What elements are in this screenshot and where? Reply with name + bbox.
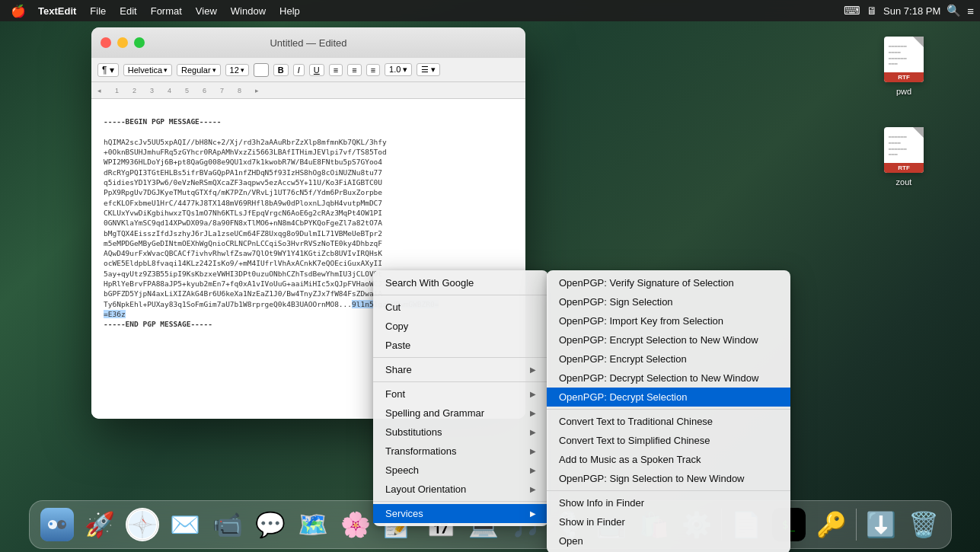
dock-finder[interactable]	[37, 505, 77, 544]
ctx-spelling-arrow: ▶	[530, 409, 536, 417]
dock-keychain[interactable]: 🔑	[812, 505, 851, 544]
ctx-services-arrow: ▶	[530, 509, 536, 518]
pwd-icon-label: pwd	[896, 87, 911, 96]
ctx-separator-2	[373, 357, 548, 358]
ctx-services[interactable]: Services ▶	[373, 504, 548, 523]
ctx-speech-arrow: ▶	[530, 466, 536, 474]
ctx-separator-3	[373, 381, 548, 382]
bold-button[interactable]: B	[273, 64, 289, 76]
ctx-share[interactable]: Share ▶	[373, 360, 548, 379]
style-selector[interactable]: Regular ▾	[177, 64, 221, 76]
svg-point-5	[62, 522, 65, 525]
ctx-layout[interactable]: Layout Orientation ▶	[373, 480, 548, 499]
submenu-separator-1	[547, 409, 790, 410]
ctx-copy[interactable]: Copy	[373, 317, 548, 336]
submenu-item-6[interactable]: OpenPGP: Decrypt Selection	[547, 388, 790, 407]
align-right-button[interactable]: ≡	[366, 64, 380, 76]
ctx-search-google[interactable]: Search With Google	[373, 273, 548, 292]
dock-downloads[interactable]: ⬇️	[861, 505, 901, 544]
desktop-icon-pwd[interactable]: RTF ━━━━━━━━━━━━━━━━━━━ pwd	[873, 35, 934, 96]
menu-help[interactable]: Help	[273, 4, 306, 18]
color-well[interactable]	[254, 63, 269, 77]
menu-window[interactable]: Window	[225, 4, 272, 18]
context-menu: Search With Google Cut Copy Paste Share …	[373, 270, 548, 526]
menu-file[interactable]: File	[84, 4, 112, 18]
submenu-item-1[interactable]: OpenPGP: Sign Selection	[547, 292, 790, 311]
menu-format[interactable]: Format	[145, 4, 188, 18]
menu-view[interactable]: View	[190, 4, 223, 18]
pwd-rtf-icon: RTF ━━━━━━━━━━━━━━━━━━━	[879, 35, 928, 84]
ctx-cut[interactable]: Cut	[373, 298, 548, 317]
underline-button[interactable]: U	[309, 64, 324, 76]
dock-mail[interactable]: ✉️	[165, 505, 205, 544]
zout-icon-label: zout	[896, 177, 912, 187]
menu-bar: 🍎 TextEdit File Edit Format View Window …	[0, 0, 980, 21]
dock-trash[interactable]: 🗑️	[904, 505, 943, 544]
menu-search-icon[interactable]: 🔍	[946, 4, 961, 18]
services-submenu: OpenPGP: Verify Signature of Selection O…	[547, 270, 790, 552]
submenu-item-8[interactable]: Convert Text to Simplified Chinese	[547, 431, 790, 450]
dock-safari[interactable]	[123, 505, 162, 544]
dock-launchpad[interactable]: 🚀	[80, 505, 120, 544]
ctx-speech[interactable]: Speech ▶	[373, 461, 548, 480]
dock-photos[interactable]: 🌸	[336, 505, 375, 544]
ctx-font[interactable]: Font ▶	[373, 384, 548, 404]
ctx-font-arrow: ▶	[530, 390, 536, 398]
size-selector[interactable]: 12 ▾	[225, 64, 249, 76]
submenu-item-4[interactable]: OpenPGP: Encrypt Selection	[547, 349, 790, 369]
align-center-button[interactable]: ≡	[347, 64, 361, 76]
ctx-spelling[interactable]: Spelling and Grammar ▶	[373, 404, 548, 423]
menu-display-icon: 🖥	[867, 5, 877, 17]
apple-menu[interactable]: 🍎	[6, 2, 30, 20]
ctx-transformations[interactable]: Transformations ▶	[373, 442, 548, 461]
ruler: ◂12345678▸	[91, 82, 525, 99]
submenu-item-13[interactable]: Open	[547, 531, 790, 550]
window-buttons	[101, 37, 145, 48]
ctx-paste[interactable]: Paste	[373, 336, 548, 355]
submenu-item-7[interactable]: Convert Text to Traditional Chinese	[547, 412, 790, 431]
submenu-item-0[interactable]: OpenPGP: Verify Signature of Selection	[547, 273, 790, 292]
submenu-item-9[interactable]: Add to Music as a Spoken Track	[547, 450, 790, 469]
font-selector[interactable]: Helvetica ▾	[123, 64, 172, 76]
submenu-item-2[interactable]: OpenPGP: Import Key from Selection	[547, 311, 790, 330]
submenu-item-11[interactable]: Show Info in Finder	[547, 493, 790, 512]
align-left-button[interactable]: ≡	[329, 64, 343, 76]
app-menu-textedit[interactable]: TextEdit	[32, 4, 82, 18]
window-toolbar: ¶ ▾ Helvetica ▾ Regular ▾ 12 ▾ B I U ≡ ≡…	[91, 58, 525, 82]
ctx-share-arrow: ▶	[530, 365, 536, 374]
zout-rtf-icon: RTF ━━━━━━━━━━━━━━━━━━━	[879, 126, 928, 174]
dock-facetime[interactable]: 📹	[208, 505, 247, 544]
svg-point-2	[48, 520, 57, 529]
desktop: 🍎 TextEdit File Edit Format View Window …	[0, 0, 980, 552]
submenu-item-3[interactable]: OpenPGP: Encrypt Selection to New Window	[547, 330, 790, 349]
ctx-substitutions-arrow: ▶	[530, 428, 536, 436]
menu-bar-right: ⌨ 🖥 Sun 7:18 PM 🔍 ≡	[844, 4, 974, 18]
submenu-item-5[interactable]: OpenPGP: Decrypt Selection to New Window	[547, 369, 790, 388]
ctx-layout-arrow: ▶	[530, 485, 536, 493]
ctx-separator-1	[373, 295, 548, 295]
window-title: Untitled — Edited	[270, 37, 346, 49]
window-titlebar: Untitled — Edited	[91, 27, 525, 58]
submenu-item-10[interactable]: OpenPGP: Sign Selection to New Window	[547, 469, 790, 488]
dock-maps[interactable]: 🗺️	[293, 505, 333, 544]
paragraph-mark[interactable]: ¶ ▾	[97, 63, 119, 77]
submenu-item-12[interactable]: Show in Finder	[547, 512, 790, 531]
menu-edit[interactable]: Edit	[113, 4, 142, 18]
window-close-button[interactable]	[101, 37, 111, 48]
ctx-separator-4	[373, 501, 548, 502]
window-minimize-button[interactable]	[117, 37, 128, 48]
window-maximize-button[interactable]	[134, 37, 145, 48]
list-button[interactable]: ☰ ▾	[417, 63, 440, 76]
italic-button[interactable]: I	[293, 64, 305, 76]
ctx-substitutions[interactable]: Substitutions ▶	[373, 423, 548, 442]
ctx-transformations-arrow: ▶	[530, 447, 536, 455]
dock-separator2	[856, 509, 857, 541]
desktop-icon-zout[interactable]: RTF ━━━━━━━━━━━━━━━━━━━ zout	[873, 126, 934, 187]
svg-point-4	[49, 522, 53, 525]
dock-messages[interactable]: 💬	[251, 505, 290, 544]
line-spacing[interactable]: 1.0 ▾	[385, 63, 412, 76]
menu-keyboard-icon: ⌨	[844, 4, 860, 18]
menu-time: Sun 7:18 PM	[883, 5, 940, 17]
menu-list-icon[interactable]: ≡	[967, 5, 974, 18]
submenu-separator-2	[547, 490, 790, 491]
